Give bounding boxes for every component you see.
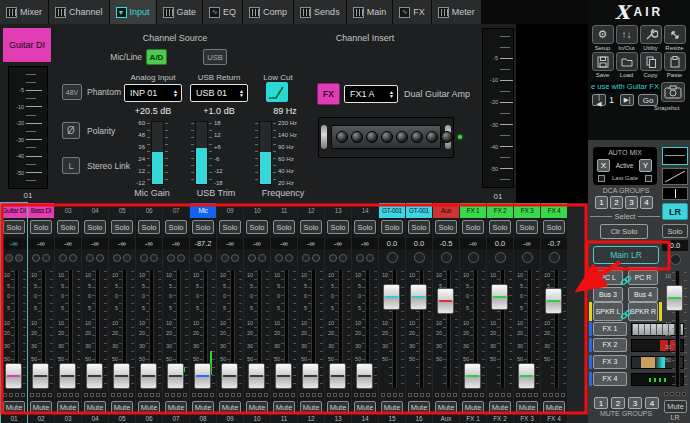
solo-button[interactable]: Solo [165, 220, 187, 234]
solo-button[interactable]: Solo [138, 220, 160, 234]
bus-button-spkr-l[interactable]: SPKR L [593, 302, 623, 321]
pan-knobs[interactable] [406, 250, 432, 265]
slider-track[interactable] [151, 121, 164, 185]
channel-label[interactable]: 06 [136, 203, 162, 218]
resize-button[interactable] [664, 25, 686, 44]
last-gate-checkbox-right[interactable] [645, 175, 652, 182]
channel-label[interactable]: Guitar DI [1, 203, 27, 218]
mute-button[interactable]: Mute [273, 401, 295, 414]
solo-button[interactable]: Solo [489, 220, 511, 234]
fader-handle[interactable] [666, 285, 683, 311]
pan-knobs[interactable] [298, 250, 324, 265]
snapshot-next-button[interactable]: ▶| [620, 94, 634, 106]
snapshot-button[interactable] [661, 82, 685, 102]
channel-label[interactable]: 11 [271, 203, 297, 218]
tab-gate[interactable]: Gate [157, 0, 204, 24]
fx-bus-button-1[interactable]: FX 1 [593, 322, 627, 336]
mute-button[interactable]: Mute [192, 401, 214, 414]
mute-button[interactable]: Mute [381, 401, 403, 414]
solo-button[interactable]: Solo [3, 220, 25, 234]
slider-track[interactable] [195, 121, 208, 185]
snapshot-prev-button[interactable]: |◀ [592, 94, 606, 106]
channel-label[interactable]: 03 [55, 203, 81, 218]
fader-handle[interactable] [113, 363, 130, 389]
channel-label[interactable]: GT-001 [406, 203, 432, 218]
pan-knobs[interactable] [28, 250, 54, 265]
pan-knobs[interactable] [190, 250, 216, 265]
paste-button[interactable] [664, 52, 686, 71]
master-solo-button[interactable]: Solo [662, 224, 688, 238]
pan-knobs[interactable] [109, 250, 135, 265]
setup-button[interactable]: ⚙ [592, 25, 614, 44]
pan-knobs[interactable] [325, 250, 351, 265]
bus-button-pc-r[interactable]: PC R [628, 270, 658, 285]
pan-knobs[interactable] [163, 250, 189, 265]
tab-comp[interactable]: Comp [243, 0, 294, 24]
mute-button[interactable]: Mute [543, 401, 565, 414]
tab-mixer[interactable]: Mixer [0, 0, 49, 24]
channel-label[interactable]: 05 [109, 203, 135, 218]
mute-button[interactable]: Mute [165, 401, 187, 414]
fader-handle[interactable] [221, 363, 238, 389]
tab-fx[interactable]: ∿FX [393, 0, 432, 24]
fader-handle[interactable] [491, 284, 508, 310]
bus-button-bus-4[interactable]: Bus 4 [628, 287, 658, 302]
pan-knobs[interactable] [541, 250, 567, 265]
last-gate-checkbox-left[interactable] [598, 175, 605, 182]
tab-input[interactable]: ▼Input [110, 0, 157, 24]
mute-button[interactable]: Mute [300, 401, 322, 414]
fx-bus-button-4[interactable]: FX 4 [593, 372, 627, 386]
channel-label[interactable]: GT-001 [379, 203, 405, 218]
fader-handle[interactable] [356, 363, 373, 389]
solo-button[interactable]: Solo [462, 220, 484, 234]
fader-handle[interactable] [275, 363, 292, 389]
mute-group-button-2[interactable]: 2 [611, 397, 625, 409]
pan-knobs[interactable] [136, 250, 162, 265]
master-pan-knob[interactable] [662, 252, 688, 267]
channel-label[interactable]: FX 1 [460, 203, 486, 218]
analog-input-select[interactable]: INP 01 ▲▼ [124, 84, 182, 102]
mute-button[interactable]: Mute [84, 401, 106, 414]
stepper-arrows-icon[interactable]: ▲▼ [389, 90, 397, 98]
pan-knobs[interactable] [271, 250, 297, 265]
solo-button[interactable]: Solo [516, 220, 538, 234]
master-mute-button[interactable]: Mute [664, 400, 687, 413]
mute-button[interactable]: Mute [327, 401, 349, 414]
mute-button[interactable]: Mute [138, 401, 160, 414]
fader-handle[interactable] [329, 363, 346, 389]
pan-knobs[interactable] [514, 250, 540, 265]
channel-label[interactable]: 09 [217, 203, 243, 218]
fader-curve-thumbnail[interactable] [662, 168, 688, 185]
fader-handle[interactable] [437, 288, 454, 314]
solo-button[interactable]: Solo [408, 220, 430, 234]
tab-main[interactable]: Main [347, 0, 394, 24]
channel-label[interactable]: 07 [163, 203, 189, 218]
eq-thumbnail[interactable] [662, 147, 688, 165]
fader-handle[interactable] [86, 363, 103, 389]
pan-knobs[interactable] [55, 250, 81, 265]
channel-label[interactable]: 14 [352, 203, 378, 218]
solo-button[interactable]: Solo [381, 220, 403, 234]
dca-button-1[interactable]: 1 [595, 196, 608, 209]
solo-button[interactable]: Solo [543, 220, 565, 234]
solo-button[interactable]: Solo [327, 220, 349, 234]
tab-channel[interactable]: Channel [49, 0, 110, 24]
bus-button-spkr-r[interactable]: SPKR R [628, 302, 658, 321]
mute-group-button-4[interactable]: 4 [645, 397, 659, 409]
slider-track[interactable] [259, 121, 272, 185]
channel-scribble-strip[interactable]: Guitar DI [3, 28, 51, 62]
usb-return-select[interactable]: USB 01 ▲▼ [190, 84, 248, 102]
main-lr-button[interactable]: Main LR [593, 246, 659, 264]
ad-source-button[interactable]: A/D [146, 49, 167, 65]
channel-label[interactable]: 13 [325, 203, 351, 218]
mute-button[interactable]: Mute [57, 401, 79, 414]
dca-button-2[interactable]: 2 [610, 196, 623, 209]
fader-handle[interactable] [5, 363, 22, 389]
tab-eq[interactable]: ∿EQ [203, 0, 243, 24]
channel-label[interactable]: Aux [433, 203, 459, 218]
utility-button[interactable] [640, 25, 662, 44]
solo-button[interactable]: Solo [246, 220, 268, 234]
fader-handle[interactable] [383, 284, 400, 310]
polarity-button[interactable]: Ø [62, 122, 80, 139]
pan-knobs[interactable] [217, 250, 243, 265]
